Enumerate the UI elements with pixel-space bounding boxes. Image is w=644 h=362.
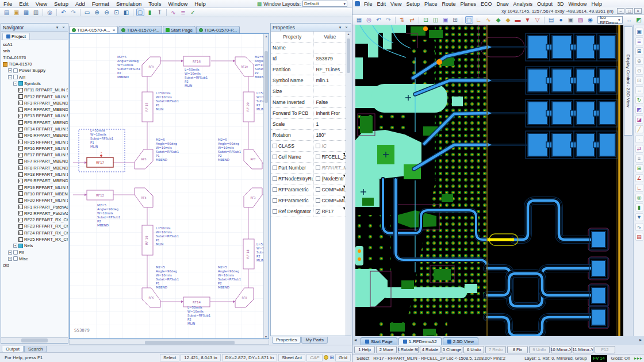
scrollbar-thumb[interactable] — [21, 338, 48, 342]
property-row[interactable]: Ref Designator✓RF17 — [271, 206, 346, 217]
menu-setup[interactable]: Setup — [51, 1, 72, 7]
layer-select-icon[interactable]: ≣ — [635, 37, 643, 45]
tree-item-cks[interactable]: cks — [1, 262, 68, 268]
property-row[interactable]: Part NumberRFPART_M — [271, 163, 346, 174]
status-grid-toggle[interactable]: Grid — [335, 354, 351, 361]
document-tab-tida-01570-a[interactable]: TIDA-01570-A...× — [69, 26, 118, 33]
minimize-button[interactable]: – — [617, 8, 624, 14]
property-row[interactable]: Forward To PCBInherit Fror — [271, 108, 346, 119]
add-shape-icon[interactable]: ◆ — [494, 16, 503, 24]
via-icon[interactable]: ◎ — [635, 194, 643, 202]
tab-properties[interactable]: Properties — [272, 337, 301, 344]
property-row[interactable]: Size — [271, 86, 346, 97]
menu-draw[interactable]: Draw — [494, 1, 511, 7]
menu-help[interactable]: Help — [589, 1, 605, 7]
menu-window[interactable]: Window — [164, 1, 191, 7]
tree-item-rf17-rfpart-mlin-s[interactable]: RF17 RFPART_MLIN S — [1, 152, 68, 158]
window-layouts-select[interactable]: Default▾ — [302, 1, 347, 7]
grid-icon[interactable]: ⊞ — [329, 355, 334, 360]
zoom-fit-icon[interactable]: ⊡ — [635, 76, 643, 84]
tree-item-sca1[interactable]: scA1 — [1, 41, 68, 48]
shadow-mode-icon[interactable]: ◩ — [635, 106, 643, 114]
menu-place[interactable]: Place — [422, 1, 440, 7]
edit-shape-icon[interactable]: ◆ — [504, 16, 512, 24]
search-part-icon[interactable]: ◎ — [365, 16, 373, 24]
brush-icon[interactable]: ╱ — [635, 125, 643, 133]
tree-item-rf1-rfpart-patcha0[interactable]: RF1 RFPART_PatchA0 — [1, 203, 68, 210]
flag-icon[interactable]: ▼ — [524, 16, 532, 24]
menu-file[interactable]: File — [0, 1, 16, 7]
function-key-5-change[interactable]: 5 Change — [442, 346, 462, 353]
pan-icon[interactable]: ↔ — [625, 16, 633, 24]
schematic-vscrollbar[interactable]: ▴▾ — [263, 34, 269, 338]
tree-item-rf10-rfpart-mbend[interactable]: RF10 RFPART_MBEND — [1, 191, 68, 197]
close-button[interactable]: × — [634, 8, 642, 14]
fix-icon[interactable]: ▣ — [567, 16, 575, 24]
checkbox[interactable] — [273, 187, 277, 192]
dot-grid-icon[interactable]: · — [635, 135, 643, 143]
shaded-view-icon[interactable]: ◩ — [635, 16, 643, 24]
tab-project[interactable]: Project — [2, 33, 30, 40]
tree-item-rf5-rfpart-mbend[interactable]: RF5 RFPART_MBEND — [1, 120, 68, 126]
highlight-tool-icon[interactable]: ▮ — [146, 9, 154, 16]
tree-item-ant[interactable]: -Ant — [1, 74, 68, 80]
menu-analysis[interactable]: Analysis — [511, 1, 535, 7]
menu-view[interactable]: View — [388, 1, 404, 7]
visibility-icon[interactable]: ◉ — [586, 16, 595, 24]
checkbox[interactable] — [273, 209, 277, 214]
redo-icon[interactable]: ↷ — [385, 16, 393, 24]
property-row[interactable]: CLASSIC — [271, 141, 346, 152]
display-control-icon[interactable]: ▣ — [635, 28, 643, 36]
zoom-in-icon[interactable]: ⊕ — [635, 57, 643, 65]
navigator-hscrollbar[interactable] — [1, 337, 68, 343]
tree-item-rf15-rfpart-mlin-s[interactable]: RF15 RFPART_MLIN S — [1, 138, 68, 145]
property-row[interactable]: Cell NameRFCELL_2P — [271, 152, 346, 163]
unflag-icon[interactable]: ▽ — [534, 16, 542, 24]
property-row[interactable]: RFParametricCOMP=MLI — [271, 195, 346, 206]
tab-2-5d-view[interactable]: 2.5D View — [443, 337, 478, 345]
tab-scroll-left-icon[interactable]: ◂ — [354, 337, 356, 342]
tree-item-rf9-rfpart-mbend[interactable]: RF9 RFPART_MBEND — [1, 178, 68, 184]
function-key-1-help[interactable]: 1 Help — [354, 346, 375, 353]
menu-route[interactable]: Route — [439, 1, 458, 7]
schematic-component-rf17[interactable]: RF17 — [87, 157, 113, 167]
zoom-fit-icon[interactable]: ⊡ — [422, 16, 430, 24]
pin-icon[interactable]: ▾ — [55, 25, 60, 30]
function-key-11-mirror-y[interactable]: 11 Mirror-Y — [573, 346, 593, 353]
menu-tools[interactable]: Tools — [145, 1, 164, 7]
pin-icon[interactable]: ▾ — [338, 25, 343, 30]
text-tool-icon[interactable]: T — [156, 9, 164, 16]
tab-start-page[interactable]: Start Page — [361, 337, 397, 345]
checkbox[interactable] — [273, 176, 277, 181]
slide-icon[interactable]: ∿ — [485, 16, 493, 24]
tree-item-tida-01570[interactable]: TIDA-01570 — [1, 55, 68, 61]
checkbox[interactable] — [273, 155, 277, 159]
function-key-4-rotate[interactable]: 4 Rotate — [420, 346, 440, 353]
pan-icon[interactable]: ↔ — [635, 86, 643, 94]
wave-icon[interactable]: ∿ — [635, 223, 643, 231]
measure-icon[interactable]: ∠ — [635, 174, 643, 182]
schematic-component-rf-19[interactable]: RF 19 — [142, 225, 153, 255]
save-icon[interactable]: ▦ — [355, 16, 363, 24]
schematic-hscrollbar[interactable] — [69, 340, 269, 345]
tree-item-rf4-rfpart-mbend[interactable]: RF4 RFPART_MBEND — [1, 106, 68, 113]
value-checkbox[interactable] — [316, 144, 320, 148]
property-row[interactable]: Name InvertedFalse — [271, 97, 346, 108]
document-tab-tida-01570-p[interactable]: TIDA-01570-P... — [196, 26, 240, 33]
zoom-fit-icon[interactable]: ⊡ — [113, 9, 121, 16]
menu-help[interactable]: Help — [191, 1, 209, 7]
expand-icon[interactable]: + — [8, 68, 12, 72]
tree-item-rf3-rfpart-mbend[interactable]: RF3 RFPART_MBEND — [1, 100, 68, 106]
tab-1-rfdemoa2[interactable]: 1-RFDemoA2 — [398, 337, 442, 345]
move-icon[interactable]: ⇅ — [398, 16, 407, 24]
menu-add[interactable]: Add — [72, 1, 89, 7]
value-checkbox[interactable]: ✓ — [316, 209, 320, 214]
search-icon[interactable]: ◎ — [46, 9, 54, 16]
redraw-icon[interactable]: ↻ — [635, 96, 643, 104]
menu-planes[interactable]: Planes — [458, 1, 478, 7]
tree-item-tida-01570[interactable]: TIDA-01570 — [1, 61, 68, 67]
scroll-down-icon[interactable]: ▾ — [265, 334, 267, 338]
checkbox[interactable] — [273, 198, 277, 203]
grid-toggle-icon[interactable]: ⊞ — [635, 47, 643, 55]
color-icon[interactable]: ▨ — [577, 16, 585, 24]
